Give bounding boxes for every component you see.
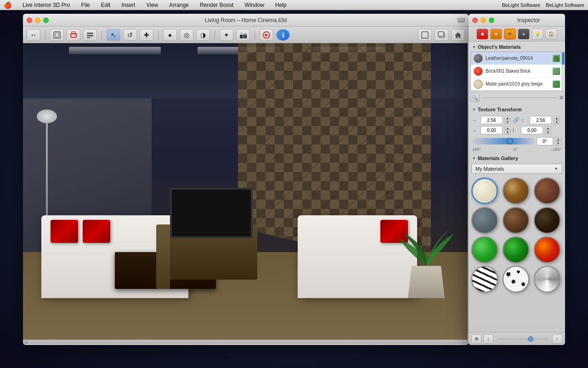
materials-gallery-label: Materials Gallery — [478, 155, 518, 161]
apple-menu[interactable]: 🍎 — [4, 1, 11, 9]
material-item-leather[interactable]: Leather/pamela_09014 — [471, 52, 563, 65]
move-btn[interactable]: ✚ — [140, 29, 153, 41]
offset-x-up[interactable]: ▲ — [504, 126, 511, 130]
viewport-scene[interactable] — [23, 43, 468, 344]
gallery-item-wood[interactable] — [503, 178, 529, 204]
search-icon-btn[interactable]: 🔍 — [470, 93, 480, 102]
toolbar-sep3 — [158, 30, 158, 40]
scale-x-input[interactable] — [481, 116, 503, 124]
render-btn[interactable] — [260, 29, 273, 41]
menu-render[interactable]: Render Boost — [198, 2, 235, 8]
tab-house[interactable]: 🏠 — [545, 29, 557, 40]
menu-arrange[interactable]: Arrange — [167, 2, 191, 8]
rotate-btn[interactable]: ↺ — [123, 29, 137, 41]
more-options-btn[interactable]: ≡ — [560, 94, 563, 101]
tab-sphere[interactable]: ● — [518, 29, 530, 40]
tab-orange[interactable]: ● — [490, 29, 502, 40]
offset-y-input[interactable] — [521, 126, 543, 134]
gallery-item-dark[interactable] — [534, 207, 560, 234]
gallery-item-fire[interactable] — [534, 236, 560, 263]
size-slider[interactable] — [497, 338, 548, 340]
ceiling-light-1 — [69, 47, 161, 54]
link-icon[interactable]: 🔗 — [513, 117, 520, 123]
menu-edit[interactable]: Edit — [99, 2, 113, 8]
home-btn[interactable] — [451, 29, 465, 41]
select-btn[interactable]: ↖ — [107, 29, 120, 41]
inspector-bottom-toolbar: ⚙ ↓ ↑ — [469, 332, 565, 345]
export-btn[interactable]: ↑ — [552, 334, 562, 344]
offset-y-up[interactable]: ▲ — [545, 126, 551, 130]
angle-down[interactable]: ▼ — [555, 142, 561, 145]
tab-red[interactable]: ■ — [476, 29, 488, 40]
angle-zero-label: 0° — [514, 147, 518, 152]
inspector-close-btn[interactable] — [472, 17, 478, 23]
menu-window[interactable]: Window — [243, 2, 266, 8]
gallery-item-stone[interactable] — [471, 207, 498, 234]
window-titlebar: Living Room – Home Cinema.li3d — [23, 14, 469, 27]
import-btn[interactable]: ↓ — [483, 334, 493, 344]
maximize-button[interactable] — [43, 17, 49, 23]
gallery-dropdown[interactable]: My Materials ▼ — [471, 164, 562, 174]
materials-list: Leather/pamela_09014 Brick/001 Baked Bri… — [470, 52, 563, 91]
circle-btn[interactable]: ◎ — [180, 29, 193, 41]
sphere-btn[interactable]: ● — [163, 29, 177, 41]
tab-pencil[interactable]: ✏ — [504, 29, 516, 40]
gallery-item-green2[interactable] — [503, 236, 529, 263]
menu-insert[interactable]: Insert — [119, 2, 137, 8]
gallery-item-cream[interactable] — [471, 178, 498, 204]
gallery-item-spots[interactable] — [503, 266, 529, 293]
menubar: 🍎 Live Interior 3D Pro File Edit Insert … — [0, 0, 588, 10]
menubar-right: BeLight Software BeLight Software — [502, 2, 584, 8]
inspector-maximize-btn[interactable] — [489, 17, 494, 23]
menu-file[interactable]: File — [79, 2, 91, 8]
plant-pot — [408, 266, 445, 298]
scale-y-up[interactable]: ▲ — [554, 116, 560, 120]
gallery-item-green[interactable] — [471, 236, 498, 263]
angle-slider[interactable] — [472, 138, 535, 144]
close-button[interactable] — [27, 17, 32, 23]
offset-x-input[interactable] — [481, 126, 503, 134]
menu-view[interactable]: View — [144, 2, 160, 8]
gallery-item-chrome[interactable] — [534, 266, 560, 293]
print-btn[interactable] — [67, 29, 80, 41]
viewport-scrollbar[interactable]: ||| — [23, 339, 468, 344]
menu-app[interactable]: Live Interior 3D Pro — [21, 2, 72, 8]
dropdown-arrow-icon: ▼ — [554, 167, 558, 171]
scale-x-up[interactable]: ▲ — [504, 116, 511, 120]
nav-back-forward-btn[interactable]: ↔ — [27, 29, 40, 41]
half-circle-btn[interactable]: ◑ — [196, 29, 210, 41]
star-btn[interactable]: ✦ — [220, 29, 233, 41]
svg-rect-12 — [554, 69, 559, 71]
gallery-item-brick[interactable] — [534, 178, 560, 204]
gallery-item-brown[interactable] — [503, 207, 529, 234]
floor-plan-btn[interactable] — [50, 29, 64, 41]
scale-y-stepper: ▲ ▼ — [554, 116, 560, 124]
scale-x-down[interactable]: ▼ — [504, 121, 511, 124]
scale-y-down[interactable]: ▼ — [554, 121, 560, 124]
list-btn[interactable] — [83, 29, 97, 41]
inspector-minimize-btn[interactable] — [481, 17, 486, 23]
angle-up[interactable]: ▲ — [555, 138, 561, 141]
scale-y-input[interactable] — [530, 116, 552, 124]
angle-input[interactable] — [537, 137, 553, 145]
gear-btn[interactable]: ⚙ — [471, 334, 481, 344]
info-btn[interactable]: ℹ — [276, 29, 290, 41]
window-resize-btn[interactable] — [458, 18, 465, 23]
offset-y-label: I — [513, 128, 519, 133]
tab-bulb[interactable]: 💡 — [531, 29, 543, 40]
menu-help[interactable]: Help — [273, 2, 288, 8]
2d-view-btn[interactable] — [418, 29, 432, 41]
svg-rect-8 — [422, 32, 428, 38]
scroll-indicator: ||| — [25, 340, 28, 344]
material-item-brick[interactable]: Brick/001 Baked Brick — [471, 65, 563, 78]
material-item-matte[interactable]: Matte paint/1019 grey beige — [471, 78, 563, 91]
offset-y-down[interactable]: ▼ — [545, 131, 551, 134]
minimize-button[interactable] — [35, 17, 40, 23]
gallery-item-zebra[interactable] — [471, 266, 498, 293]
speaker-left — [156, 224, 170, 289]
gallery-dropdown-label: My Materials — [475, 166, 504, 172]
camera-btn[interactable]: 📷 — [236, 29, 250, 41]
3d-view-btn[interactable] — [435, 29, 448, 41]
materials-scrollbar[interactable] — [561, 52, 565, 90]
offset-x-down[interactable]: ▼ — [504, 131, 511, 134]
